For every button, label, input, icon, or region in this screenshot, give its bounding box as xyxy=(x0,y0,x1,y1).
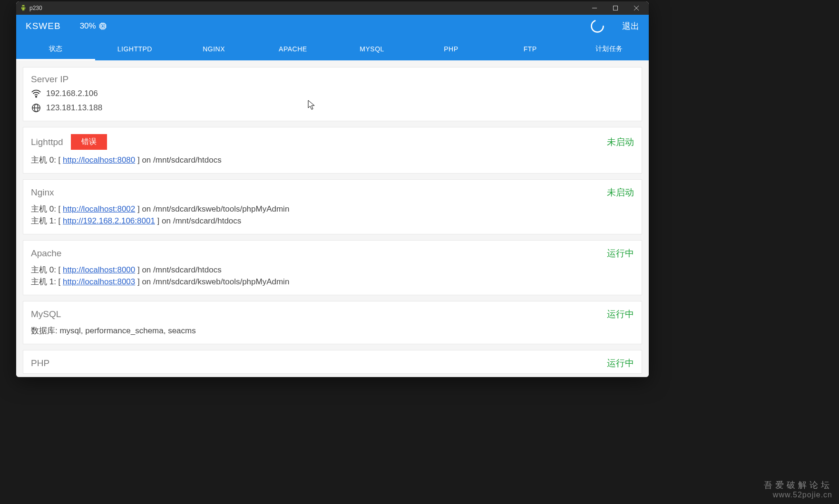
nginx-host-0-link[interactable]: http://localhost:8002 xyxy=(63,204,135,213)
card-server-ip: Server IP 192.168.2.106 123.181.13.188 xyxy=(23,67,642,121)
minimize-button[interactable] xyxy=(584,1,605,15)
apache-host-1-link[interactable]: http://localhost:8003 xyxy=(63,277,135,286)
appbar: KSWEB 30% 退出 状态 LIGHTTPD NGINX APACHE MY… xyxy=(16,15,649,60)
nginx-host-0: 主机 0: [ http://localhost:8002 ] on /mnt/… xyxy=(31,204,634,214)
tab-nginx[interactable]: NGINX xyxy=(175,38,254,60)
card-nginx: Nginx 未启动 主机 0: [ http://localhost:8002 … xyxy=(23,179,642,234)
tab-lighttpd[interactable]: LIGHTTPD xyxy=(95,38,174,60)
nginx-host-1: 主机 1: [ http://192.168.2.106:8001 ] on /… xyxy=(31,215,634,226)
svg-point-16 xyxy=(36,96,37,97)
php-status: 运行中 xyxy=(607,357,634,369)
svg-point-15 xyxy=(592,20,604,32)
php-title: PHP xyxy=(31,358,49,368)
tab-php[interactable]: PHP xyxy=(411,38,490,60)
cpu-percent: 30% xyxy=(80,21,96,31)
tab-status[interactable]: 状态 xyxy=(16,38,95,60)
nginx-title: Nginx xyxy=(31,187,54,198)
svg-rect-2 xyxy=(101,25,104,28)
watermark-line2: www.52pojie.cn xyxy=(764,491,832,499)
card-apache: Apache 运行中 主机 0: [ http://localhost:8000… xyxy=(23,240,642,295)
wifi-icon xyxy=(31,88,41,99)
tabs: 状态 LIGHTTPD NGINX APACHE MYSQL PHP FTP 计… xyxy=(16,38,649,60)
svg-rect-0 xyxy=(614,6,618,10)
mysql-databases: 数据库: mysql, performance_schema, seacms xyxy=(31,325,634,336)
mysql-title: MySQL xyxy=(31,309,61,320)
apache-host-0: 主机 0: [ http://localhost:8000 ] on /mnt/… xyxy=(31,264,634,275)
watermark-line1: 吾爱破解论坛 xyxy=(764,479,832,491)
cpu-usage: 30% xyxy=(80,21,107,31)
mysql-status: 运行中 xyxy=(607,308,634,320)
tab-ftp[interactable]: FTP xyxy=(491,38,570,60)
apache-title: Apache xyxy=(31,248,61,259)
exit-button[interactable]: 退出 xyxy=(622,20,639,32)
card-php: PHP 运行中 xyxy=(23,350,642,374)
lighttpd-host-0: 主机 0: [ http://localhost:8080 ] on /mnt/… xyxy=(31,155,634,165)
server-ip-title: Server IP xyxy=(31,74,634,85)
nginx-status: 未启动 xyxy=(607,186,634,199)
tab-apache[interactable]: APACHE xyxy=(254,38,332,60)
public-ip-row: 123.181.13.188 xyxy=(31,103,634,113)
public-ip-value: 123.181.13.188 xyxy=(46,103,102,113)
content-area: Server IP 192.168.2.106 123.181.13.188 L… xyxy=(16,60,649,377)
app-title: KSWEB xyxy=(26,21,61,31)
cpu-icon xyxy=(98,21,107,31)
lighttpd-host-0-link[interactable]: http://localhost:8080 xyxy=(63,155,135,165)
card-lighttpd: Lighttpd 错误 未启动 主机 0: [ http://localhost… xyxy=(23,127,642,174)
tab-mysql[interactable]: MYSQL xyxy=(332,38,411,60)
wifi-ip-value: 192.168.2.106 xyxy=(46,89,98,98)
watermark: 吾爱破解论坛 www.52pojie.cn xyxy=(764,479,832,499)
lighttpd-status: 未启动 xyxy=(607,136,634,148)
tab-cron[interactable]: 计划任务 xyxy=(570,38,649,60)
window-title: p230 xyxy=(29,5,42,11)
nginx-host-1-link[interactable]: http://192.168.2.106:8001 xyxy=(63,216,155,225)
app-window: p230 KSWEB 30% 退出 状态 LIGHTTPD NGINX AP xyxy=(16,1,649,377)
apache-host-0-link[interactable]: http://localhost:8000 xyxy=(63,265,135,274)
close-button[interactable] xyxy=(626,1,647,15)
globe-icon xyxy=(31,103,41,113)
maximize-button[interactable] xyxy=(605,1,626,15)
card-mysql: MySQL 运行中 数据库: mysql, performance_schema… xyxy=(23,301,642,344)
lighttpd-error-badge[interactable]: 错误 xyxy=(71,134,107,150)
wifi-ip-row: 192.168.2.106 xyxy=(31,88,634,99)
lighttpd-title: Lighttpd xyxy=(31,137,63,147)
svg-rect-1 xyxy=(100,24,105,29)
android-icon xyxy=(20,5,27,11)
apache-host-1: 主机 1: [ http://localhost:8003 ] on /mnt/… xyxy=(31,276,634,287)
apache-status: 运行中 xyxy=(607,247,634,260)
titlebar: p230 xyxy=(16,1,649,15)
loading-spinner-icon xyxy=(590,19,605,34)
